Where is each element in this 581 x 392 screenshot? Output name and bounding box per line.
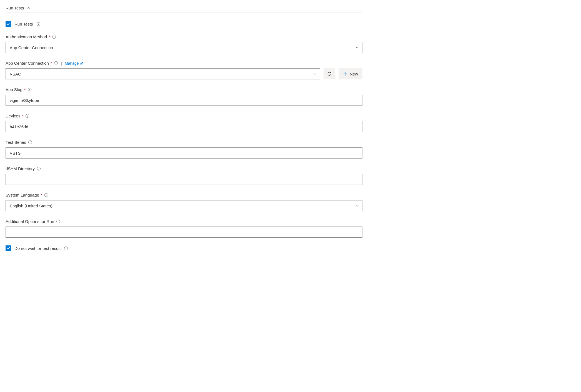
svg-line-9 (81, 62, 82, 64)
section-title: Run Tests (6, 6, 24, 10)
manage-link[interactable]: Manage (65, 61, 83, 66)
info-icon[interactable] (36, 167, 41, 171)
info-icon[interactable] (28, 140, 32, 145)
chevron-up-icon (26, 6, 31, 10)
required-indicator: * (22, 114, 23, 118)
app-slug-label: App Slug (6, 87, 22, 92)
app-slug-input[interactable] (6, 95, 362, 106)
system-language-group: System Language * (6, 193, 362, 211)
dsym-directory-input[interactable] (6, 174, 362, 185)
divider: | (61, 61, 62, 66)
external-link-icon (80, 62, 83, 65)
info-icon[interactable] (64, 246, 68, 250)
svg-point-7 (56, 62, 56, 62)
app-center-connection-group: App Center Connection * | Manage (6, 61, 362, 79)
auth-method-select[interactable] (6, 42, 362, 53)
dsym-directory-label: dSYM Directory (6, 166, 35, 171)
svg-point-22 (38, 168, 39, 168)
info-icon[interactable] (56, 219, 60, 224)
info-icon[interactable] (27, 87, 32, 92)
dsym-directory-group: dSYM Directory (6, 166, 362, 185)
svg-point-19 (30, 141, 30, 142)
app-slug-group: App Slug * (6, 87, 362, 106)
required-indicator: * (24, 87, 26, 92)
required-indicator: * (41, 193, 42, 197)
info-icon[interactable] (44, 193, 48, 197)
system-language-select[interactable] (6, 200, 362, 211)
svg-point-4 (54, 36, 54, 36)
svg-point-13 (29, 89, 30, 89)
devices-label: Devices (6, 114, 20, 118)
new-button-label: New (350, 72, 358, 76)
auth-method-label: Authentication Method (6, 34, 47, 39)
do-not-wait-row: Do not wait for test result (6, 245, 362, 251)
svg-point-16 (27, 115, 27, 115)
info-icon[interactable] (25, 114, 30, 118)
app-center-connection-label: App Center Connection (6, 61, 49, 66)
section-header[interactable]: Run Tests (6, 6, 362, 13)
refresh-button[interactable] (324, 68, 335, 79)
info-icon[interactable] (52, 35, 56, 39)
additional-options-input[interactable] (6, 227, 362, 238)
required-indicator: * (51, 61, 52, 66)
test-series-label: Test Series (6, 140, 26, 145)
svg-point-28 (58, 220, 58, 221)
devices-input[interactable] (6, 121, 362, 132)
refresh-icon (327, 71, 332, 76)
manage-link-text: Manage (65, 61, 79, 66)
auth-method-group: Authentication Method * (6, 34, 362, 53)
system-language-label: System Language (6, 193, 39, 197)
do-not-wait-checkbox[interactable] (6, 245, 11, 251)
app-center-connection-select[interactable] (6, 68, 320, 79)
svg-point-1 (38, 23, 39, 23)
info-icon[interactable] (54, 61, 58, 66)
additional-options-label: Additional Options for Run (6, 219, 54, 224)
do-not-wait-label: Do not wait for test result (14, 246, 61, 251)
devices-group: Devices * (6, 114, 362, 132)
plus-icon (343, 72, 347, 76)
run-tests-checkbox[interactable] (6, 21, 11, 27)
additional-options-group: Additional Options for Run (6, 219, 362, 238)
test-series-input[interactable] (6, 147, 362, 159)
svg-point-31 (66, 247, 66, 248)
run-tests-row: Run Tests (6, 21, 362, 27)
new-button[interactable]: New (339, 68, 362, 79)
test-series-group: Test Series (6, 140, 362, 159)
run-tests-label: Run Tests (14, 22, 33, 26)
info-icon[interactable] (36, 22, 41, 26)
svg-point-25 (46, 194, 46, 194)
required-indicator: * (49, 35, 50, 39)
